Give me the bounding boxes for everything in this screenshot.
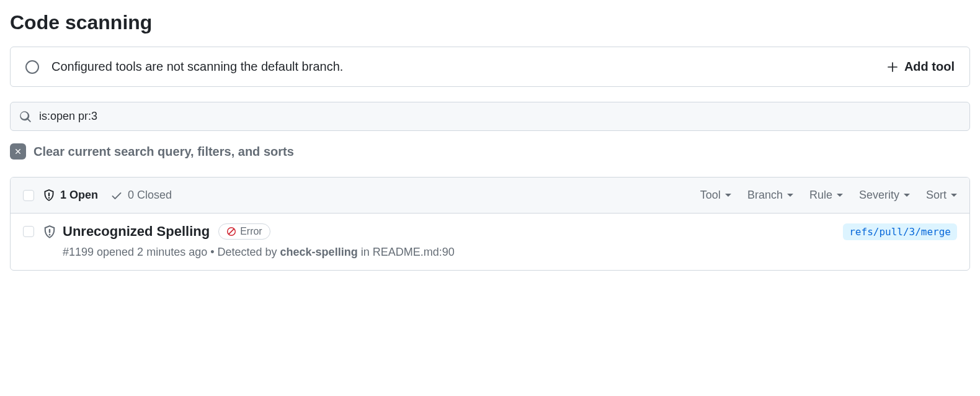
- caret-down-icon: [904, 194, 910, 197]
- ref-label[interactable]: refs/pull/3/merge: [843, 223, 957, 240]
- alert-row: Unrecognized Spelling Error #1199 opened…: [11, 214, 969, 270]
- alerts-list: 1 Open 0 Closed Tool Branch Rule Severit…: [10, 177, 970, 271]
- add-tool-label: Add tool: [904, 60, 955, 74]
- filter-tool-label: Tool: [700, 189, 721, 202]
- closed-count-label: 0 Closed: [128, 189, 172, 202]
- alert-meta-prefix: #1199 opened 2 minutes ago: [63, 246, 207, 258]
- close-icon: [10, 143, 26, 160]
- filter-sort[interactable]: Sort: [926, 189, 957, 202]
- caret-down-icon: [787, 194, 793, 197]
- shield-icon: [43, 225, 56, 239]
- alert-meta-detected: Detected by: [218, 246, 280, 258]
- filter-severity-label: Severity: [859, 189, 899, 202]
- page-title: Code scanning: [10, 11, 970, 34]
- shield-icon: [43, 189, 55, 202]
- search-icon: [19, 110, 32, 123]
- search-box[interactable]: [10, 102, 970, 131]
- closed-tab[interactable]: 0 Closed: [110, 189, 172, 202]
- filter-tool[interactable]: Tool: [700, 189, 731, 202]
- filter-severity[interactable]: Severity: [859, 189, 910, 202]
- alert-meta-location: in README.md:90: [358, 246, 455, 258]
- alert-checkbox[interactable]: [23, 226, 34, 237]
- filter-bar: Tool Branch Rule Severity Sort: [700, 189, 957, 202]
- alert-meta-tool: check-spelling: [280, 246, 358, 258]
- alert-title-link[interactable]: Unrecognized Spelling: [63, 223, 210, 240]
- severity-badge: Error: [218, 223, 270, 240]
- plus-icon: [887, 61, 898, 73]
- filter-rule-label: Rule: [809, 189, 832, 202]
- search-input[interactable]: [39, 110, 961, 123]
- alert-meta-sep: •: [207, 246, 217, 258]
- status-tabs: 1 Open 0 Closed: [43, 189, 700, 202]
- no-entry-icon: [226, 227, 236, 236]
- filter-rule[interactable]: Rule: [809, 189, 843, 202]
- clear-filters-button[interactable]: Clear current search query, filters, and…: [10, 143, 970, 160]
- open-tab[interactable]: 1 Open: [43, 189, 98, 202]
- alert-main: Unrecognized Spelling Error #1199 opened…: [63, 223, 843, 259]
- filter-branch-label: Branch: [747, 189, 783, 202]
- open-count-label: 1 Open: [60, 189, 98, 202]
- alert-title-line: Unrecognized Spelling Error: [63, 223, 843, 240]
- caret-down-icon: [725, 194, 731, 197]
- circle-icon: [25, 60, 39, 74]
- severity-label: Error: [240, 226, 262, 237]
- add-tool-button[interactable]: Add tool: [887, 60, 955, 74]
- clear-filters-label: Clear current search query, filters, and…: [33, 145, 294, 159]
- caret-down-icon: [837, 194, 843, 197]
- filter-branch[interactable]: Branch: [747, 189, 793, 202]
- alert-meta: #1199 opened 2 minutes ago • Detected by…: [63, 246, 843, 259]
- check-icon: [110, 189, 123, 202]
- filter-sort-label: Sort: [926, 189, 947, 202]
- list-header: 1 Open 0 Closed Tool Branch Rule Severit…: [11, 178, 969, 214]
- select-all-checkbox[interactable]: [23, 190, 34, 201]
- caret-down-icon: [951, 194, 957, 197]
- banner-message: Configured tools are not scanning the de…: [51, 60, 875, 74]
- tools-banner: Configured tools are not scanning the de…: [10, 47, 970, 87]
